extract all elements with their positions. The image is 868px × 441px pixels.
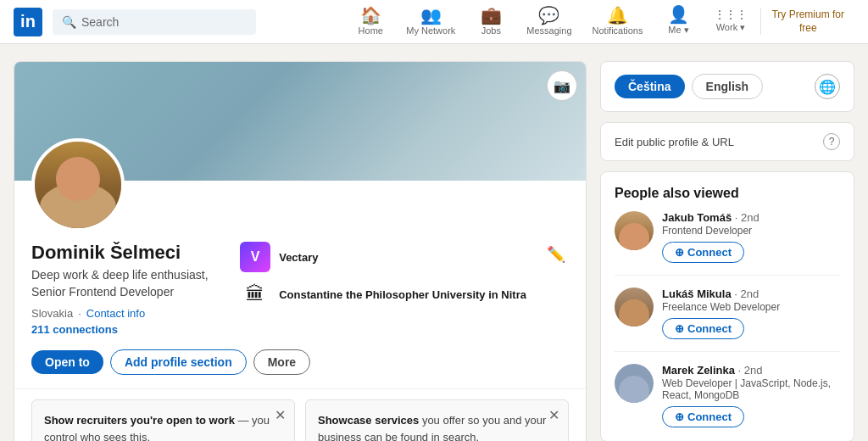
profile-location: Slovakia [31, 307, 73, 320]
nav-item-jobs[interactable]: 💼 Jobs [465, 0, 516, 44]
nav-label-network: My Network [406, 25, 455, 36]
recruiter-showcase-card: ✕ Show recruiters you're open to work — … [31, 399, 295, 441]
avatar [31, 138, 125, 232]
network-icon: 👥 [420, 7, 442, 24]
nav-item-home[interactable]: 🏠 Home [345, 0, 396, 44]
profile-avatar-area [14, 138, 586, 232]
nav-label-messaging: Messaging [526, 25, 571, 36]
connect-button-lukas[interactable]: ⊕ Connect [662, 318, 744, 339]
nav-label-jobs: Jobs [481, 25, 501, 36]
showcase-cards: ✕ Show recruiters you're open to work — … [14, 388, 586, 441]
connect-plus-icon: ⊕ [675, 246, 684, 259]
me-icon: 👤 [668, 6, 689, 23]
profile-edit-button[interactable]: ✏️ [543, 242, 569, 267]
person-title-lukas: Freelance Web Developer [662, 301, 840, 313]
services-showcase-card: ✕ Showcase services you offer so you and… [305, 399, 569, 441]
english-language-button[interactable]: English [692, 74, 764, 99]
nav-item-me[interactable]: 👤 Me ▾ [653, 0, 704, 44]
nav-label-home: Home [359, 25, 383, 36]
person-title-marek: Web Developer | JavaScript, Node.js, Rea… [662, 377, 840, 401]
linkedin-logo[interactable]: in [14, 8, 42, 36]
person-name-marek: Marek Zelinka · 2nd [662, 364, 840, 377]
connect-plus-icon-3: ⊕ [675, 410, 684, 423]
nav-item-network[interactable]: 👥 My Network [396, 0, 465, 44]
search-icon: 🔍 [62, 15, 76, 29]
profile-card: 📷 Dominik Šelmeci Deep work & deep life … [14, 61, 587, 441]
nav-label-work: Work ▾ [716, 22, 746, 33]
affiliation-vectary: V Vectary [240, 242, 318, 272]
contact-info-link[interactable]: Contact info [86, 307, 145, 320]
premium-label-1: Try Premium for [771, 8, 844, 22]
vectary-name: Vectary [279, 251, 318, 264]
premium-link[interactable]: Try Premium for free [760, 8, 854, 35]
people-also-viewed-card: People also viewed Jakub Tomáš · 2nd Fro… [600, 171, 854, 441]
profile-name: Dominik Šelmeci [31, 242, 223, 264]
cover-camera-button[interactable]: 📷 [547, 70, 577, 101]
profile-affiliations: V Vectary 🏛 Constantine the Philosopher … [240, 242, 526, 310]
search-bar[interactable]: 🔍 [53, 9, 256, 35]
right-sidebar: Čeština English 🌐 Edit public profile & … [600, 61, 854, 441]
person-info-lukas: Lukáš Mikula · 2nd Freelance Web Develop… [662, 287, 840, 339]
main-content: 📷 Dominik Šelmeci Deep work & deep life … [0, 44, 868, 441]
nav-item-notifications[interactable]: 🔔 Notifications [582, 0, 654, 44]
language-card: Čeština English 🌐 [600, 61, 854, 112]
work-icon: ⋮⋮⋮ [714, 8, 747, 20]
avatar-jakub [615, 211, 654, 250]
connect-button-jakub[interactable]: ⊕ Connect [662, 242, 744, 263]
people-also-viewed-title: People also viewed [615, 186, 840, 201]
person-item-marek: Marek Zelinka · 2nd Web Developer | Java… [615, 364, 840, 427]
person-item-lukas: Lukáš Mikula · 2nd Freelance Web Develop… [615, 287, 840, 352]
help-icon[interactable]: ? [823, 133, 840, 150]
person-name-jakub: Jakub Tomáš · 2nd [662, 211, 840, 224]
recruiter-card-close-button[interactable]: ✕ [275, 409, 286, 422]
avatar-marek [615, 364, 654, 403]
university-icon: 🏛 [240, 279, 270, 310]
affiliation-university: 🏛 Constantine the Philosopher University… [240, 279, 526, 310]
notifications-icon: 🔔 [607, 7, 628, 24]
messaging-icon: 💬 [538, 7, 559, 24]
open-to-button[interactable]: Open to [31, 350, 103, 374]
nav-item-messaging[interactable]: 💬 Messaging [516, 0, 581, 44]
jobs-icon: 💼 [481, 7, 502, 24]
globe-icon[interactable]: 🌐 [815, 74, 840, 99]
services-card-close-button[interactable]: ✕ [548, 409, 559, 422]
premium-label-2: free [771, 22, 844, 36]
nav-label-me: Me ▾ [668, 25, 688, 36]
navbar: in 🔍 🏠 Home 👥 My Network 💼 Jobs 💬 Messag… [0, 0, 868, 44]
recruiter-card-title: Show recruiters you're open to work [44, 414, 235, 427]
connect-button-marek[interactable]: ⊕ Connect [662, 406, 744, 427]
person-item-jakub: Jakub Tomáš · 2nd Frontend Developer ⊕ C… [615, 211, 840, 276]
edit-profile-url-label: Edit public profile & URL [615, 136, 734, 148]
add-profile-section-button[interactable]: Add profile section [110, 349, 247, 375]
person-name-lukas: Lukáš Mikula · 2nd [662, 287, 840, 300]
avatar-lukas [615, 287, 654, 327]
profile-main-info: Dominik Šelmeci Deep work & deep life en… [31, 242, 223, 349]
person-title-jakub: Frontend Developer [662, 225, 840, 237]
profile-meta: Slovakia · Contact info [31, 307, 223, 320]
person-info-jakub: Jakub Tomáš · 2nd Frontend Developer ⊕ C… [662, 211, 840, 263]
dot-separator: · [78, 307, 81, 320]
edit-profile-url-link[interactable]: Edit public profile & URL ? [600, 122, 854, 161]
search-input[interactable] [81, 15, 247, 29]
connect-plus-icon-2: ⊕ [675, 322, 684, 335]
connections-link[interactable]: 211 connections [31, 323, 223, 336]
university-name: Constantine the Philosopher University i… [279, 288, 526, 301]
more-button[interactable]: More [253, 349, 310, 375]
nav-item-work[interactable]: ⋮⋮⋮ Work ▾ [704, 0, 757, 44]
vectary-icon: V [240, 242, 270, 272]
home-icon: 🏠 [360, 7, 381, 24]
nav-label-notifications: Notifications [593, 25, 643, 36]
nav-items: 🏠 Home 👥 My Network 💼 Jobs 💬 Messaging 🔔… [345, 0, 854, 44]
czech-language-button[interactable]: Čeština [615, 75, 685, 98]
person-info-marek: Marek Zelinka · 2nd Web Developer | Java… [662, 364, 840, 427]
profile-headline: Deep work & deep life enthusiast, Senior… [31, 267, 223, 300]
services-card-title: Showcase services [318, 414, 419, 427]
profile-info-row: Dominik Šelmeci Deep work & deep life en… [14, 242, 586, 349]
profile-actions: Open to Add profile section More [14, 349, 586, 388]
